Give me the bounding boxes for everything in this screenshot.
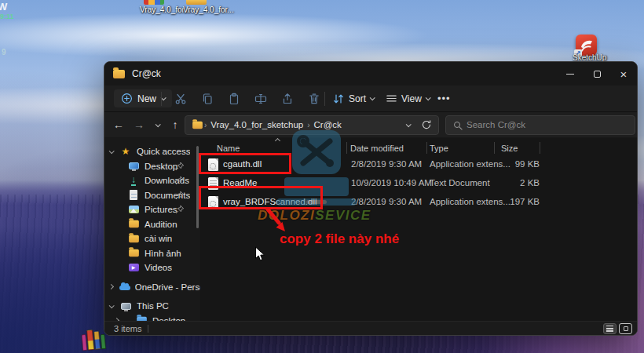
forward-button[interactable]: → [129, 115, 149, 135]
winrar-book-icon [93, 330, 101, 350]
maximize-icon [594, 71, 601, 78]
column-header-size[interactable]: Size [501, 144, 518, 153]
view-label: View [401, 93, 422, 104]
new-button-label: New [137, 93, 156, 104]
copy-button[interactable] [196, 89, 219, 109]
sidebar-item-documents[interactable]: Documents [104, 188, 200, 203]
sidebar-item-label: cài win [145, 234, 172, 243]
sidebar-item-c-i-win[interactable]: cài win [104, 231, 200, 246]
desktop-icon-winrar[interactable] [81, 327, 106, 351]
desktop-monitor-icon [129, 162, 139, 169]
search-box[interactable] [445, 115, 635, 135]
file-date-modified: 2/8/2019 9:30 AM [351, 197, 422, 206]
refresh-icon[interactable] [421, 119, 432, 130]
column-divider[interactable] [540, 142, 540, 154]
breadcrumb-parent[interactable]: Vray_4.0_for_sketchup [207, 120, 306, 129]
minimize-button[interactable] [557, 62, 584, 86]
search-input[interactable] [467, 120, 608, 129]
overlay-fragment-mid: 9 [2, 48, 6, 56]
sidebar-item-this-pc[interactable]: This PC [104, 299, 200, 314]
details-view-button[interactable] [603, 323, 617, 334]
breadcrumb-current[interactable]: Cr@ck [311, 120, 345, 129]
chevron-down-icon [155, 122, 160, 127]
rename-button[interactable] [249, 89, 273, 109]
overlay-fragment-time: 9:11 [0, 13, 14, 20]
annotation-box-vray-dll [199, 186, 323, 209]
sidebar-item-label: Hình ảnh [145, 249, 181, 258]
sort-button[interactable]: Sort [332, 93, 374, 105]
pin-icon [175, 162, 185, 171]
mouse-cursor-icon [254, 246, 265, 262]
cut-button[interactable] [169, 89, 192, 109]
search-icon [454, 122, 460, 128]
toolbar-divider [324, 92, 325, 106]
status-bar: 3 items [104, 321, 637, 335]
clipboard-icon [228, 93, 240, 105]
chevron-down-icon[interactable] [109, 148, 115, 154]
picture-icon [129, 206, 139, 213]
sidebar-item-label: OneDrive - Person [135, 282, 200, 292]
status-divider [148, 325, 148, 333]
desktop-icon-label-vray2[interactable]: Vray_4.0_for... [183, 5, 234, 14]
sidebar-item-pictures[interactable]: Pictures [104, 202, 200, 217]
breadcrumb-folder-icon [192, 121, 203, 128]
overlay-fragment-top: W [0, 1, 7, 13]
annotation-box-cgauth [199, 153, 291, 174]
toolbar-divider [161, 92, 162, 106]
address-bar-row: ← → ↑ › Vray_4.0_for_sketchup › Cr@ck [104, 112, 637, 137]
view-button[interactable]: View [386, 93, 430, 104]
sidebar-item-h-nh-nh[interactable]: Hình ảnh [104, 246, 200, 261]
sidebar-item-desktop[interactable]: Desktop [104, 159, 200, 174]
pin-icon [175, 205, 185, 214]
delete-button[interactable] [302, 89, 326, 109]
see-more-button[interactable]: ••• [437, 93, 451, 104]
maximize-button[interactable] [584, 62, 610, 86]
sort-arrows-icon [332, 93, 345, 105]
sidebar-item-onedrive-person[interactable]: OneDrive - Person [104, 280, 200, 295]
sidebar-item-quick-access[interactable]: ★Quick access [104, 144, 200, 159]
paste-button[interactable] [222, 89, 246, 109]
window-folder-icon [113, 70, 125, 78]
close-button[interactable]: × [610, 62, 637, 86]
star-icon: ★ [122, 146, 130, 157]
pin-icon [175, 176, 185, 185]
sidebar-item-downloads[interactable]: ↓Downloads [104, 173, 200, 188]
desktop-icon-vray-archive[interactable] [144, 0, 164, 5]
video-icon: ▶ [129, 264, 139, 271]
folder-icon [129, 235, 139, 242]
desktop-icon-vray-folder[interactable] [186, 0, 207, 5]
large-icons-view-button[interactable] [619, 323, 632, 334]
column-header-date[interactable]: Date modified [350, 144, 404, 153]
file-date-modified: 2/8/2019 9:30 AM [351, 159, 422, 169]
back-button[interactable]: ← [108, 115, 129, 135]
desktop-icon-sketchup[interactable]: ↗ [576, 35, 597, 56]
column-divider[interactable] [346, 142, 347, 154]
window-title: Cr@ck [132, 68, 161, 79]
large-icons-view-icon [624, 326, 628, 331]
column-divider[interactable] [426, 142, 427, 154]
rename-icon [254, 93, 267, 105]
share-icon [281, 93, 294, 105]
share-button[interactable] [276, 89, 299, 109]
document-icon [130, 190, 137, 200]
column-header-type[interactable]: Type [430, 144, 448, 153]
folder-icon [129, 249, 139, 257]
column-header-name[interactable]: Name [217, 144, 240, 153]
navigation-sidebar: ★Quick accessDesktop↓DownloadsDocumentsP… [104, 138, 200, 321]
up-button[interactable]: ↑ [165, 115, 185, 135]
item-count: 3 items [114, 324, 141, 333]
sidebar-item-videos[interactable]: ▶Videos [104, 260, 200, 275]
sidebar-item-label: Pictures [145, 205, 177, 214]
new-button[interactable]: New [114, 89, 172, 107]
chevron-right-icon[interactable] [108, 284, 114, 289]
recent-locations-button[interactable] [149, 115, 165, 135]
sidebar-item-audition[interactable]: Audition [104, 217, 200, 232]
address-dropdown-icon[interactable] [406, 122, 412, 127]
breadcrumb-bar[interactable]: › Vray_4.0_for_sketchup › Cr@ck [185, 115, 439, 135]
winrar-book-icon [86, 329, 94, 351]
column-divider[interactable] [494, 142, 495, 154]
onedrive-cloud-icon [119, 286, 130, 290]
this-pc-icon [121, 303, 131, 310]
chevron-down-icon[interactable] [109, 303, 115, 308]
sort-ascending-icon [275, 138, 280, 144]
